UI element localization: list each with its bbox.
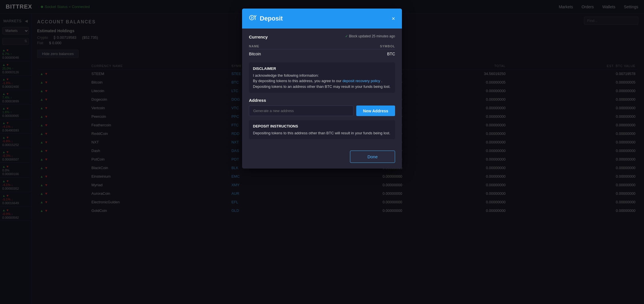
deposit-modal: Deposit × Currency ✓ Block updated 25 mi… [242, 9, 402, 169]
address-row: New Address [249, 106, 395, 116]
name-col-header: NAME [249, 43, 313, 49]
currency-section-label: Currency [249, 35, 268, 39]
currency-symbol-cell: BTC [313, 49, 395, 59]
svg-point-0 [249, 15, 254, 20]
disclaimer-box: DISCLAIMER I acknowledge the following i… [249, 62, 395, 93]
modal-header-left: Deposit [249, 14, 283, 23]
currency-name-cell: Bitcoin [249, 49, 313, 59]
currency-table: NAME SYMBOL Bitcoin BTC [249, 43, 395, 58]
modal-close-button[interactable]: × [392, 16, 395, 21]
modal-header: Deposit × [242, 9, 402, 29]
new-address-button[interactable]: New Address [356, 106, 395, 116]
disclaimer-link[interactable]: deposit recovery policy [343, 79, 380, 83]
disclaimer-title: DISCLAIMER [253, 66, 391, 72]
instructions-text: Depositing tokens to this address other … [253, 131, 390, 135]
address-input[interactable] [249, 106, 353, 116]
instructions-title: DEPOSIT INSTRUCTIONS [253, 123, 391, 129]
disclaimer-text: I acknowledge the following information:… [253, 73, 343, 83]
modal-title: Deposit [260, 15, 283, 22]
block-info: ✓ Block updated 25 minutes ago [345, 34, 395, 38]
deposit-instructions-box: DEPOSIT INSTRUCTIONS Depositing tokens t… [249, 120, 395, 139]
done-button[interactable]: Done [350, 151, 395, 163]
block-status: Block updated 25 minutes ago [349, 34, 395, 38]
modal-body: Currency ✓ Block updated 25 minutes ago … [242, 29, 402, 151]
modal-overlay: Deposit × Currency ✓ Block updated 25 mi… [0, 0, 644, 304]
check-icon: ✓ [345, 34, 348, 38]
deposit-icon [249, 14, 257, 23]
address-section-label: Address [249, 98, 395, 103]
modal-footer: Done [242, 151, 402, 169]
symbol-col-header: SYMBOL [313, 43, 395, 49]
